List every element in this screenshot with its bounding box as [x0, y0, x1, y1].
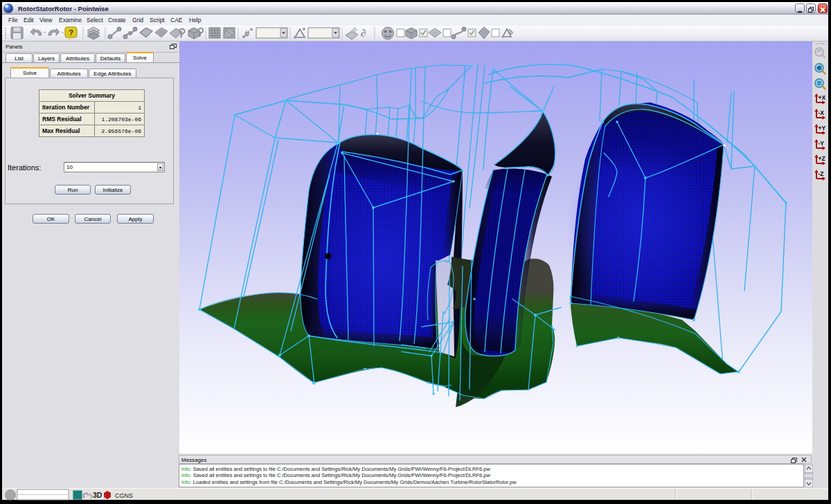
- svg-text:CGNS: CGNS: [115, 492, 133, 499]
- svg-text:3D: 3D: [93, 491, 102, 499]
- svg-text:?: ?: [69, 28, 73, 37]
- svg-text:-Y: -Y: [819, 140, 825, 147]
- svg-text:-X: -X: [819, 109, 825, 116]
- svg-text:-Z: -Z: [819, 170, 824, 177]
- svg-text:#: #: [244, 28, 250, 39]
- svg-text:+Y: +Y: [819, 125, 826, 132]
- svg-text:+Z: +Z: [819, 155, 825, 162]
- svg-text:+X: +X: [819, 94, 826, 101]
- svg-text:∂: ∂: [361, 28, 366, 39]
